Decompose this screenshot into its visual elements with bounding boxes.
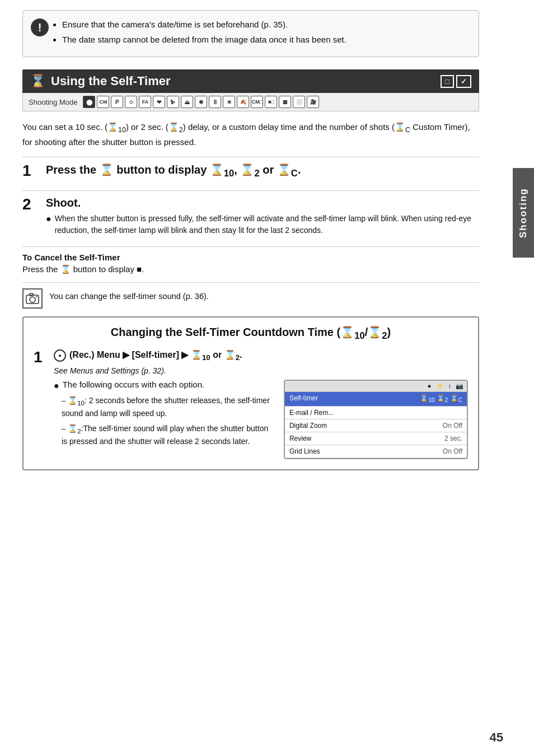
countdown-right: ● ⚡ ↕ 📷 Self-timer ⌛10 ⌛2 ⌛C <box>284 380 468 459</box>
warning-box: ! Ensure that the camera's date/time is … <box>22 10 479 57</box>
mode-icon-film: ■□ <box>265 96 277 108</box>
section-title-row: ⌛ Using the Self-Timer <box>30 74 171 88</box>
menu-row-digitalzoom: Digital Zoom On Off <box>285 419 467 432</box>
countdown-columns: ● The following occurs with each option.… <box>54 380 468 459</box>
page-wrapper: Shooting ! Ensure that the camera's date… <box>0 0 534 756</box>
self-timer-icon: ⌛ <box>30 74 45 88</box>
option-1-text: : 2 seconds before the shutter releases,… <box>62 396 270 418</box>
header-icon-2: ✓ <box>456 75 471 88</box>
mode-icon-face: FA <box>139 96 151 108</box>
warning-list: Ensure that the camera's date/time is se… <box>57 18 469 45</box>
mode-icon-kids: ❤ <box>153 96 165 108</box>
menu-top-icon-4: 📷 <box>456 382 463 390</box>
cancel-title: To Cancel the Self-Timer <box>22 253 479 262</box>
following-occurs-text: The following occurs with each option. <box>63 380 204 389</box>
menu-screenshot: ● ⚡ ↕ 📷 Self-timer ⌛10 ⌛2 ⌛C <box>284 380 468 459</box>
mode-icon-movie: 🎥 <box>307 96 319 108</box>
mode-icon-cm2: CM□ <box>251 96 263 108</box>
main-content: ! Ensure that the camera's date/time is … <box>0 0 513 480</box>
menu-top-icon-1: ● <box>428 382 432 390</box>
body-text: You can set a 10 sec. (⌛10) or 2 sec. (⌛… <box>22 120 479 149</box>
menu-row-gridlines: Grid Lines On Off <box>285 445 467 458</box>
warning-icon: ! <box>31 18 49 36</box>
warning-item-1: Ensure that the camera's date/time is se… <box>62 18 469 30</box>
note-text: You can change the self-timer sound (p. … <box>49 288 209 303</box>
menu-top-icon-3: ↕ <box>448 382 452 390</box>
countdown-step-num: 1 <box>34 349 47 365</box>
side-tab-label: Shooting <box>518 188 529 238</box>
mode-icon-sunset: ☀ <box>223 96 235 108</box>
menu-row-review: Review 2 sec. <box>285 432 467 445</box>
step-1-content: Press the ⌛ button to display ⌛10, ⌛2 or… <box>46 163 479 183</box>
mode-icon-stitch: ⬜ <box>293 96 305 108</box>
step-2-content: Shoot. ● When the shutter button is pres… <box>46 197 479 239</box>
shooting-mode-bar: Shooting Mode ⬤ CM P ◇ FA ❤ ⛷ ⛰ ❅ 8 ☀ 🍂 … <box>22 93 479 111</box>
section-title: Using the Self-Timer <box>51 74 171 88</box>
countdown-box: Changing the Self-Timer Countdown Time (… <box>22 316 479 470</box>
menu-top-icon-2: ⚡ <box>436 382 444 390</box>
step-1-number: 1 <box>22 163 38 179</box>
step-1: 1 Press the ⌛ button to display ⌛10, ⌛2 … <box>22 157 479 183</box>
step-2-bullet: ● When the shutter button is pressed ful… <box>46 213 479 236</box>
mode-icon-beach: 8 <box>209 96 221 108</box>
option-2-text: :The self-timer sound will play when the… <box>62 424 268 446</box>
mode-icon-landscape: ⛰ <box>181 96 193 108</box>
step-2: 2 Shoot. ● When the shutter button is pr… <box>22 190 479 239</box>
menu-top-bar: ● ⚡ ↕ 📷 <box>285 381 467 392</box>
step-header-text: (Rec.) Menu ▶ [Self-timer] ▶ ⌛10 or ⌛2. <box>69 349 242 362</box>
header-icon-1: □ <box>441 75 454 88</box>
step-2-title: Shoot. <box>46 197 479 209</box>
mode-icon-foliage: 🍂 <box>237 96 249 108</box>
camera-note-icon <box>26 292 39 305</box>
header-icon-group: □ ✓ <box>441 75 471 88</box>
step-1-title: Press the ⌛ button to display ⌛10, ⌛2 or… <box>46 163 479 179</box>
mode-icons: ⬤ CM P ◇ FA ❤ ⛷ ⛰ ❅ 8 ☀ 🍂 CM□ ■□ ▦ ⬜ 🎥 <box>83 96 319 108</box>
warning-item-2: The date stamp cannot be deleted from th… <box>62 34 469 45</box>
option-2: – ⌛2:The self-timer sound will play when… <box>54 423 275 447</box>
countdown-left: ● The following occurs with each option.… <box>54 380 275 451</box>
countdown-step-header: ● (Rec.) Menu ▶ [Self-timer] ▶ ⌛10 or ⌛2… <box>54 349 468 362</box>
step-2-number: 2 <box>22 197 38 212</box>
countdown-step: 1 ● (Rec.) Menu ▶ [Self-timer] ▶ ⌛10 or … <box>34 349 468 459</box>
bullet-dot: ● <box>46 213 51 225</box>
page-number: 45 <box>490 730 503 745</box>
section-header: ⌛ Using the Self-Timer □ ✓ <box>22 69 479 93</box>
side-tab: Shooting <box>513 168 534 258</box>
see-text: See Menus and Settings (p. 32). <box>54 366 468 375</box>
step-2-body: ● When the shutter button is pressed ful… <box>46 213 479 236</box>
step-2-bullet-text: When the shutter button is pressed fully… <box>55 213 479 236</box>
menu-row-email: E-mail / Rem... <box>285 407 467 419</box>
menu-row-selftimer: Self-timer ⌛10 ⌛2 ⌛C <box>285 392 467 406</box>
countdown-step-content: ● (Rec.) Menu ▶ [Self-timer] ▶ ⌛10 or ⌛2… <box>54 349 468 459</box>
svg-rect-2 <box>30 293 33 296</box>
shooting-mode-label: Shooting Mode <box>29 98 77 106</box>
cancel-body: Press the ⌛ button to display ■. <box>22 264 479 274</box>
mode-icon-snow: ❅ <box>195 96 207 108</box>
rec-icon: ● <box>54 349 66 362</box>
countdown-title: Changing the Self-Timer Countdown Time (… <box>34 325 468 342</box>
option-1: – ⌛10: 2 seconds before the shutter rele… <box>54 395 275 419</box>
mode-icon-pano: ◇ <box>125 96 137 108</box>
svg-point-1 <box>30 297 35 302</box>
cancel-section: To Cancel the Self-Timer Press the ⌛ but… <box>22 246 479 274</box>
note-row: You can change the self-timer sound (p. … <box>22 282 479 309</box>
mode-icon-sports: ⛷ <box>167 96 179 108</box>
following-occurs-item: ● The following occurs with each option. <box>54 380 275 392</box>
mode-icon-grid: ▦ <box>279 96 291 108</box>
mode-icon-auto: ⬤ <box>83 96 95 108</box>
mode-icon-p: P <box>111 96 123 108</box>
mode-icon-cm: CM <box>97 96 109 108</box>
note-icon <box>22 288 43 309</box>
